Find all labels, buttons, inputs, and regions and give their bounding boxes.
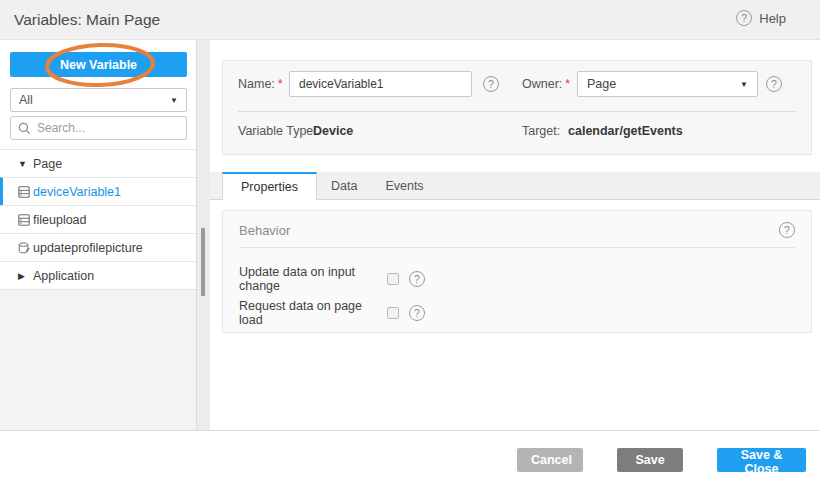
name-label: Name:* xyxy=(238,77,283,91)
name-input[interactable] xyxy=(289,71,472,97)
variables-sidebar: New Variable All ▼ ▼ Page deviceVariable… xyxy=(0,40,197,430)
form-row-1: Name:* ? Owner:* Page ▼ ? xyxy=(223,71,811,97)
save-button[interactable]: Save xyxy=(617,448,683,472)
behavior-title: Behavior xyxy=(239,223,290,238)
tree-group-application[interactable]: ▶ Application xyxy=(0,261,196,289)
variable-summary-form: Name:* ? Owner:* Page ▼ ? Variable Type:… xyxy=(222,60,812,155)
tree-item-updateprofilepicture[interactable]: updateprofilepicture xyxy=(0,233,196,261)
target-label: Target: xyxy=(522,124,560,138)
sidebar-empty-area xyxy=(0,290,196,430)
dialog-header: Variables: Main Page ? Help xyxy=(0,0,820,40)
owner-select[interactable]: Page ▼ xyxy=(577,71,758,97)
tree-group-label: Page xyxy=(33,157,62,171)
chevron-down-icon: ▼ xyxy=(740,80,748,89)
tab-properties[interactable]: Properties xyxy=(222,172,317,200)
variable-type-label: Variable Type: xyxy=(238,124,317,138)
required-asterisk: * xyxy=(565,77,570,91)
service-variable-icon xyxy=(18,242,33,254)
tree-group-label: Application xyxy=(33,269,94,283)
help-button[interactable]: ? Help xyxy=(736,10,786,26)
owner-selected-value: Page xyxy=(587,77,616,91)
help-label: Help xyxy=(759,11,786,26)
detail-tabbar: Properties Data Events xyxy=(210,172,820,200)
behavior-help-icon[interactable]: ? xyxy=(779,222,795,238)
option-label: Update data on input change xyxy=(239,265,387,293)
form-row-2: Variable Type: Device Target: calendar/g… xyxy=(223,121,811,141)
option-label: Request data on page load xyxy=(239,299,387,327)
variable-tree: ▼ Page deviceVariable1 fileupload updat xyxy=(0,149,196,290)
option-help-icon[interactable]: ? xyxy=(409,271,425,287)
dialog-footer: Cancel Save Save & Close xyxy=(0,430,820,486)
device-variable-icon xyxy=(18,214,33,226)
variable-search xyxy=(10,116,187,140)
variable-detail-panel: Name:* ? Owner:* Page ▼ ? Variable Type:… xyxy=(210,40,820,430)
tree-item-label: updateprofilepicture xyxy=(33,241,143,255)
tree-item-label: fileupload xyxy=(33,213,87,227)
sidebar-scrollbar[interactable] xyxy=(197,40,210,430)
tree-item-devicevariable1[interactable]: deviceVariable1 xyxy=(0,177,196,205)
target-value: calendar/getEvents xyxy=(568,124,683,138)
behavior-section: Behavior ? Update data on input change ?… xyxy=(222,210,812,333)
required-asterisk: * xyxy=(278,77,283,91)
new-variable-button[interactable]: New Variable xyxy=(10,52,187,77)
name-help-icon[interactable]: ? xyxy=(483,76,499,92)
variable-filter-select[interactable]: All ▼ xyxy=(10,88,187,112)
footer-buttons: Cancel Save Save & Close xyxy=(517,448,806,472)
chevron-collapsed-icon: ▶ xyxy=(18,271,33,281)
cancel-button[interactable]: Cancel xyxy=(517,448,583,472)
search-input[interactable] xyxy=(37,121,179,135)
tree-item-fileupload[interactable]: fileupload xyxy=(0,205,196,233)
filter-selected-value: All xyxy=(19,93,33,107)
tab-data[interactable]: Data xyxy=(317,172,371,199)
behavior-divider xyxy=(239,247,795,248)
owner-help-icon[interactable]: ? xyxy=(766,76,782,92)
search-icon xyxy=(18,122,31,135)
option-update-on-input-change: Update data on input change ? xyxy=(239,269,795,289)
question-circle-icon: ? xyxy=(736,10,752,26)
variables-dialog: Variables: Main Page ? Help New Variable… xyxy=(0,0,820,486)
save-close-button[interactable]: Save & Close xyxy=(717,448,806,472)
form-divider xyxy=(238,111,796,112)
scrollbar-thumb[interactable] xyxy=(201,228,205,296)
update-data-checkbox[interactable] xyxy=(387,273,399,285)
option-request-on-page-load: Request data on page load ? xyxy=(239,303,795,323)
chevron-down-icon: ▼ xyxy=(170,96,178,105)
tree-group-page[interactable]: ▼ Page xyxy=(0,149,196,177)
option-help-icon[interactable]: ? xyxy=(409,305,425,321)
tab-events[interactable]: Events xyxy=(371,172,437,199)
request-data-checkbox[interactable] xyxy=(387,307,399,319)
tree-item-label: deviceVariable1 xyxy=(33,185,121,199)
chevron-expanded-icon: ▼ xyxy=(18,159,33,169)
device-variable-icon xyxy=(18,186,33,198)
variable-type-value: Device xyxy=(313,124,353,138)
page-title: Variables: Main Page xyxy=(14,11,160,29)
owner-label: Owner:* xyxy=(522,77,570,91)
